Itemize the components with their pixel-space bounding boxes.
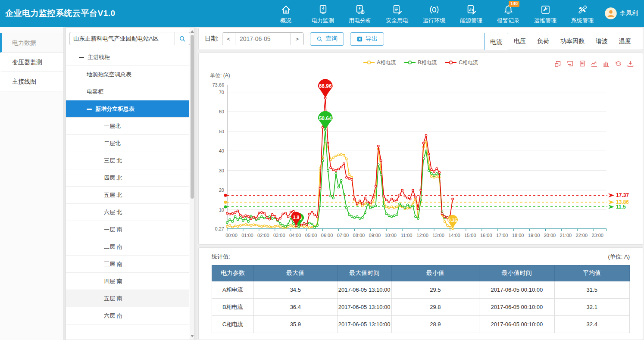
legend-label: A相电流 xyxy=(377,59,396,66)
system-manage-icon xyxy=(577,4,588,16)
scroll-down-arrow-icon[interactable] xyxy=(190,334,194,339)
zoom-back-icon[interactable] xyxy=(566,60,574,67)
export-button[interactable]: 导出 xyxy=(350,32,384,46)
statistics-card: 统计值: (单位: A) 电力参数最大值最大值时间最小值最小值时间平均值 A相电… xyxy=(198,247,643,340)
measure-tab[interactable]: 负荷 xyxy=(531,32,555,50)
energy-manage-icon xyxy=(466,4,477,16)
collapse-minus-icon[interactable] xyxy=(87,106,92,112)
tree-node[interactable]: 地源热泵空调总表 xyxy=(66,66,189,83)
nav-item-label: 安全用电 xyxy=(386,17,408,25)
nav-item-label: 能源管理 xyxy=(460,17,482,25)
min-time-cell: 2017-06-05 00:10:00 xyxy=(479,299,554,316)
restore-icon[interactable] xyxy=(615,60,622,67)
y-tick-label: 70 xyxy=(219,90,224,95)
tree-node-label: 新增分立柜总表 xyxy=(95,105,134,113)
tree-node[interactable]: 三层 北 xyxy=(66,152,189,169)
scrollbar-thumb[interactable] xyxy=(191,35,194,199)
nav-item[interactable]: 能源管理 xyxy=(453,0,490,27)
tree-node[interactable]: 新增分立柜总表 xyxy=(66,100,189,118)
tree-node[interactable]: 主进线柜 xyxy=(66,49,189,66)
tree-node[interactable]: 五层 南 xyxy=(66,290,189,307)
tree-node[interactable]: 四层 南 xyxy=(66,273,189,290)
query-button[interactable]: 查询 xyxy=(310,32,344,46)
min-time-cell: 2017-06-05 00:10:00 xyxy=(479,316,554,333)
nav-item[interactable]: 140 报警记录 xyxy=(490,0,527,27)
nav-item[interactable]: 安全用电 xyxy=(378,0,416,27)
zoom-icon[interactable] xyxy=(554,60,562,67)
nav-item-label: 运行环境 xyxy=(423,17,445,25)
x-tick-label: 12:00 xyxy=(416,233,428,238)
tree-node[interactable]: 五层 北 xyxy=(66,187,189,204)
legend-item[interactable]: C相电流 xyxy=(445,59,478,66)
tree-search-input[interactable] xyxy=(69,32,175,45)
search-icon xyxy=(316,36,323,42)
value-marker-pin: 50.64 xyxy=(318,111,333,130)
maintenance-icon xyxy=(540,4,551,16)
bar-chart-icon[interactable] xyxy=(603,60,610,67)
legend-item[interactable]: A相电流 xyxy=(363,59,396,66)
measure-tab[interactable]: 谐波 xyxy=(590,32,613,50)
x-tick-label: 09:00 xyxy=(369,233,381,238)
legend-item[interactable]: B相电流 xyxy=(404,59,437,66)
nav-item-label: 系统管理 xyxy=(571,17,594,25)
x-tick-label: 22:00 xyxy=(576,233,588,238)
average-label: 17.37 xyxy=(616,192,629,198)
collapse-minus-icon[interactable] xyxy=(79,55,84,60)
pin-label: 50.64 xyxy=(319,115,332,122)
nav-item[interactable]: 概况 xyxy=(267,0,304,27)
tree-node-label: 电容柜 xyxy=(87,88,103,96)
legend-label: C相电流 xyxy=(459,59,478,66)
average-markline: 13.86 xyxy=(224,199,629,205)
tree-node[interactable]: 二层北 xyxy=(66,135,189,152)
nav-item[interactable]: 系统管理 xyxy=(564,0,601,27)
tree-node[interactable]: 一层北 xyxy=(66,118,189,135)
sidebar-item[interactable]: 电力数据 xyxy=(0,33,63,53)
measure-tab[interactable]: 电流 xyxy=(484,33,508,50)
nav-item[interactable]: 运维管理 xyxy=(527,0,564,27)
tree-node-label: 五层 北 xyxy=(104,191,122,199)
environment-icon xyxy=(428,4,440,16)
tree-node[interactable]: 三层 南 xyxy=(66,256,189,273)
nav-item[interactable]: 运行环境 xyxy=(416,0,453,27)
tree-node[interactable]: 一层 南 xyxy=(66,221,189,238)
tree-node[interactable]: 二层 南 xyxy=(66,238,189,256)
line-chart-icon[interactable] xyxy=(591,60,598,67)
user-menu[interactable]: 李凤利 xyxy=(604,7,638,20)
power-monitor-icon xyxy=(317,4,329,16)
tab-label: 电压 xyxy=(514,37,526,44)
table-row: A相电流 34.5 2017-06-05 13:10:00 29.5 2017-… xyxy=(212,281,630,299)
max-time-cell: 2017-06-05 13:10:00 xyxy=(337,316,391,333)
tree-node-label: 二层 南 xyxy=(104,243,122,251)
nav-item[interactable]: 电力监测 xyxy=(304,0,341,27)
tree-search-button[interactable] xyxy=(175,32,190,45)
save-image-icon[interactable] xyxy=(627,60,634,67)
measure-tab[interactable]: 温度 xyxy=(613,32,637,50)
sidebar-item[interactable]: 主接线图 xyxy=(0,72,63,91)
measure-tab[interactable]: 功率因数 xyxy=(555,32,590,50)
prev-day-button[interactable]: < xyxy=(222,33,235,45)
max-cell: 34.5 xyxy=(253,281,337,299)
user-name: 李凤利 xyxy=(620,9,638,17)
statistics-header: 统计值: (单位: A) xyxy=(205,253,637,261)
nav-item[interactable]: 用电分析 xyxy=(341,0,378,27)
date-input[interactable] xyxy=(235,33,291,45)
x-tick-label: 23:00 xyxy=(591,233,603,238)
tree-node[interactable]: 四层 北 xyxy=(66,169,189,187)
tree-node[interactable]: 六层 南 xyxy=(66,307,189,324)
legend-label: B相电流 xyxy=(418,59,437,66)
tab-label: 电流 xyxy=(490,38,502,45)
measure-tab[interactable]: 电压 xyxy=(508,32,531,50)
data-view-icon[interactable] xyxy=(578,60,586,67)
current-chart-card: A相电流B相电流C相电流 单位: (A) 73.6670605040302010… xyxy=(198,53,643,245)
x-tick-label: 15:00 xyxy=(464,233,476,238)
sidebar-item[interactable]: 变压器监测 xyxy=(0,53,63,72)
x-tick-label: 07:00 xyxy=(337,233,349,238)
scroll-up-arrow-icon[interactable] xyxy=(190,29,194,34)
tree-node-label: 一层 南 xyxy=(104,226,122,234)
chart-toolbox xyxy=(554,60,634,67)
tree-node[interactable]: 六层 北 xyxy=(66,204,189,221)
next-day-button[interactable]: > xyxy=(291,33,303,45)
tree-node[interactable]: 电容柜 xyxy=(66,83,189,100)
tree-node-label: 六层 北 xyxy=(104,209,122,216)
max-time-cell: 2017-06-05 13:10:00 xyxy=(337,281,391,299)
